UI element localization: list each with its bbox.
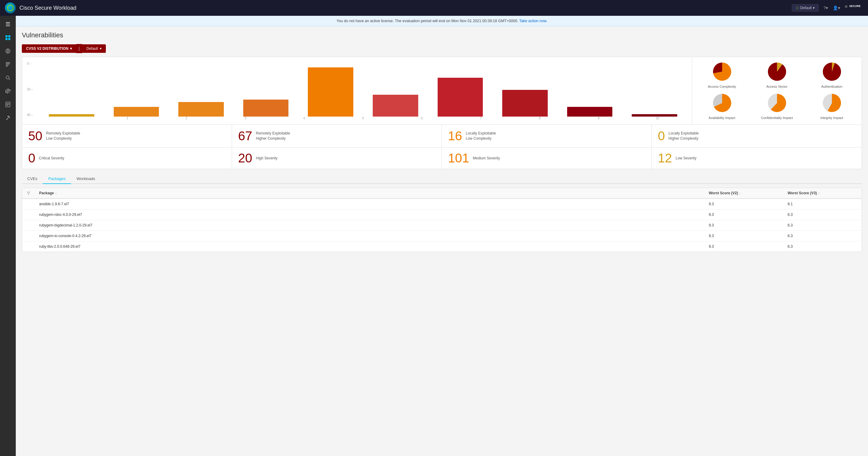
page-title: Vulnerabilities: [22, 31, 862, 39]
td-empty: [22, 245, 34, 249]
stat-cell: 67 Remotely ExploitableHigher Complexity: [232, 125, 442, 147]
table-header-col-0: ▽: [22, 191, 34, 195]
cvss-distribution-button[interactable]: CVSS V2 DISTRIBUTION ▾: [22, 44, 76, 53]
stat-number: 67: [238, 130, 252, 142]
stat-cell: 16 Locally ExploitableLow Complexity: [442, 125, 652, 147]
svg-rect-11: [6, 63, 10, 64]
svg-rect-10: [6, 62, 10, 63]
col-label: Worst Score (V3): [787, 191, 817, 195]
cvss-header: CVSS V2 DISTRIBUTION ▾ | Default ▾: [22, 44, 862, 53]
svg-rect-5: [8, 38, 10, 40]
chart-area: 40 – 20 – 0 – 12345678910 Access Complex…: [22, 57, 862, 125]
severity-label: Medium Severity: [473, 156, 500, 160]
sidebar-item-menu[interactable]: ☰: [1, 18, 14, 30]
bar-chart-container: 40 – 20 – 0 – 12345678910: [22, 57, 692, 124]
app-layout: ☰ You do not have an active license. The…: [0, 16, 868, 456]
tab-packages[interactable]: Packages: [43, 174, 71, 184]
sort-icon: ↓: [739, 192, 741, 195]
scope-icon: ⬡: [796, 6, 799, 10]
sidebar-item-dashboard[interactable]: [1, 32, 14, 44]
table-row: rubygem-bigdecimal-1.2.0-29.el7 9.3 6.3: [22, 220, 862, 231]
user-icon[interactable]: 👤▾: [833, 5, 840, 10]
license-banner: You do not have an active license. The e…: [16, 16, 868, 26]
table-header-col-3[interactable]: Worst Score (V3)↕: [783, 191, 862, 195]
bar: [632, 114, 677, 117]
col-label: Worst Score (V2): [709, 191, 738, 195]
bar-group: [234, 99, 299, 117]
td-v3-score: 6.3: [783, 212, 862, 217]
bar-group: [557, 107, 622, 117]
svg-rect-2: [5, 35, 8, 37]
pie-chart-label: Availability Impact: [709, 116, 736, 120]
svg-rect-3: [8, 35, 10, 37]
pie-chart: [712, 93, 732, 114]
td-package: ruby-libs-2.0.0.648-29.el7: [34, 245, 704, 249]
help-icon[interactable]: ?▾: [824, 5, 828, 10]
pie-chart: [822, 93, 842, 114]
td-v3-score: 8.1: [783, 202, 862, 206]
td-v3-score: 6.3: [783, 223, 862, 227]
sidebar-item-reports[interactable]: [1, 98, 14, 111]
app-logo: [5, 2, 16, 13]
bar-group: [363, 95, 428, 117]
severity-label: High Severity: [256, 156, 278, 160]
pie-chart-label: Access Vector: [766, 85, 787, 88]
tabs: CVEsPackagesWorkloads: [22, 174, 862, 184]
pie-chart: [822, 62, 842, 82]
td-v2-score: 9.3: [704, 212, 783, 217]
severity-row: 0 Critical Severity 20 High Severity 101…: [22, 147, 862, 169]
cisco-secure-logo: |||| SECURE: [845, 3, 863, 12]
svg-line-15: [9, 79, 10, 80]
td-empty: [22, 234, 34, 238]
sidebar-item-policies[interactable]: [1, 58, 14, 70]
default-scope-button[interactable]: ⬡ Default ▾: [792, 4, 818, 11]
pie-chart-item: Authentication: [807, 62, 857, 88]
pie-chart-item: Access Complexity: [697, 62, 747, 88]
bar-chart: 40 – 20 – 0 –: [27, 62, 687, 117]
bar-group: [168, 102, 234, 117]
td-package: ansible-1.9.6-7.el7: [34, 202, 704, 206]
cvss-default-button[interactable]: Default ▾: [82, 44, 106, 53]
stat-number: 0: [658, 130, 665, 142]
stats-row: 50 Remotely ExploitableLow Complexity 67…: [22, 125, 862, 147]
filter-icon[interactable]: ▽: [27, 191, 30, 195]
cvss-separator: |: [76, 44, 82, 53]
bar-group: [104, 107, 169, 117]
svg-text:||||: ||||: [845, 5, 847, 8]
table-header-col-1[interactable]: Package↕: [34, 191, 704, 195]
sidebar-item-tools[interactable]: [1, 112, 14, 124]
stat-desc: Locally ExploitableLow Complexity: [466, 131, 496, 141]
td-v3-score: 6.3: [783, 234, 862, 238]
stat-number: 16: [448, 130, 462, 142]
severity-number: 12: [658, 152, 672, 165]
top-nav: Cisco Secure Workload ⬡ Default ▾ ?▾ 👤▾ …: [0, 0, 868, 16]
bar: [373, 95, 418, 117]
bar-chart-xaxis: 12345678910: [27, 117, 687, 120]
table-row: ruby-libs-2.0.0.648-29.el7 9.3 6.3: [22, 241, 862, 252]
license-action-link[interactable]: Take action now.: [519, 19, 547, 23]
tab-workloads[interactable]: Workloads: [71, 174, 100, 184]
pie-charts-container: Access Complexity Access Vector Authenti…: [692, 57, 862, 124]
tab-cves[interactable]: CVEs: [22, 174, 43, 184]
td-package: rubygem-bigdecimal-1.2.0-29.el7: [34, 223, 704, 227]
bar: [114, 107, 159, 117]
sidebar-item-forensics[interactable]: [1, 72, 14, 84]
svg-rect-17: [6, 103, 9, 104]
svg-rect-12: [6, 65, 9, 65]
chevron-down-icon: ▾: [70, 47, 72, 51]
table-row: rubygem-io-console-0.4.2-29.el7 9.3 6.3: [22, 231, 862, 241]
table-row: rubygem-rdoc-4.0.0-29.el7 9.3 6.3: [22, 209, 862, 220]
table-header-col-2[interactable]: Worst Score (V2)↓: [704, 191, 783, 195]
stat-number: 50: [28, 130, 42, 142]
td-v2-score: 9.3: [704, 223, 783, 227]
chevron-down-icon: ▾: [813, 6, 815, 10]
bar: [438, 78, 483, 117]
td-empty: [22, 202, 34, 206]
svg-rect-19: [6, 105, 8, 106]
sidebar-item-topology[interactable]: [1, 45, 14, 57]
pie-chart-item: Availability Impact: [697, 93, 747, 120]
sidebar-item-settings[interactable]: [1, 85, 14, 97]
main-content: You do not have an active license. The e…: [16, 16, 868, 456]
pie-chart-label: Confidentiality Impact: [761, 116, 793, 120]
stat-cell: 50 Remotely ExploitableLow Complexity: [22, 125, 232, 147]
